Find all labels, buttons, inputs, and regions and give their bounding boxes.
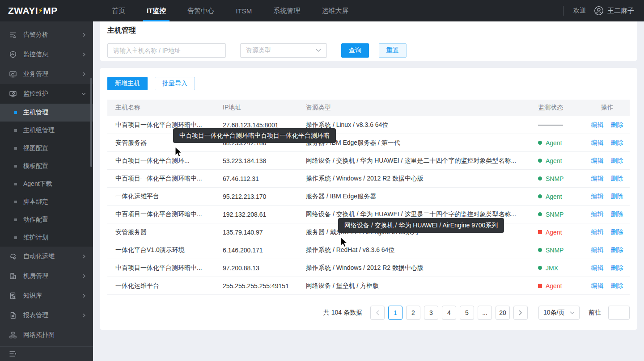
chevron-right-icon xyxy=(82,33,86,37)
tab-home[interactable]: 首页 xyxy=(101,0,136,21)
sidebar-item-host-group-mgmt[interactable]: 主机组管理 xyxy=(0,122,93,139)
user-menu[interactable]: 王二麻子 xyxy=(594,6,634,16)
sidebar-item-business-mgmt[interactable]: 业务管理 xyxy=(0,64,93,84)
host-name[interactable]: 中百项目一体化平台测环... xyxy=(115,157,223,165)
page-button-4[interactable]: 4 xyxy=(442,306,456,320)
edit-link[interactable]: 编辑 xyxy=(591,246,604,254)
delete-link[interactable]: 删除 xyxy=(611,157,623,165)
host-resource[interactable]: 网络设备 / 交换机 / 华为 HUAWEI / 这里是二十四个字的监控对象类型… xyxy=(306,210,538,218)
prev-page-button[interactable] xyxy=(370,306,385,320)
edit-link[interactable]: 编辑 xyxy=(591,193,604,201)
host-name[interactable]: 安管服务器 xyxy=(115,228,223,236)
page-size-select[interactable]: 10条/页 xyxy=(538,306,580,320)
sidebar-item-action-config[interactable]: 动作配置 xyxy=(0,211,93,229)
query-button[interactable]: 查询 xyxy=(341,43,369,58)
status-badge: Agent xyxy=(538,193,585,200)
status-badge: Agent xyxy=(538,139,585,147)
sidebar-item-host-mgmt[interactable]: 主机管理 xyxy=(0,104,93,122)
tab-ops-dashboard[interactable]: 运维大屏 xyxy=(311,0,359,21)
sidebar-footer xyxy=(0,346,93,361)
page-button-5[interactable]: 5 xyxy=(460,306,474,320)
host-name[interactable]: 中百项目一体化平台测环暗中... xyxy=(115,210,223,218)
document-search-icon xyxy=(9,292,17,300)
host-name[interactable]: 中百项目一体化平台测环暗中... xyxy=(115,264,223,272)
edit-link[interactable]: 编辑 xyxy=(591,228,604,236)
status-square-icon xyxy=(538,284,542,288)
sidebar-item-agent-download[interactable]: Agent下载 xyxy=(0,175,93,193)
host-name[interactable]: 一体化运维平台 xyxy=(115,193,223,201)
edit-link[interactable]: 编辑 xyxy=(591,282,604,290)
reset-button[interactable]: 重置 xyxy=(379,43,407,58)
edit-link[interactable]: 编辑 xyxy=(591,139,604,147)
host-name[interactable]: 中百项目一体化平台测环暗中... xyxy=(115,175,223,183)
page-button-2[interactable]: 2 xyxy=(406,306,420,320)
sidebar-scrollbar[interactable] xyxy=(90,78,92,167)
resource-type-select[interactable]: 资源类型 xyxy=(240,43,327,58)
delete-link[interactable]: 删除 xyxy=(611,139,623,147)
sidebar-item-maintenance-plan[interactable]: 维护计划 xyxy=(0,229,93,247)
sidebar-item-template-config[interactable]: 模板配置 xyxy=(0,157,93,175)
edit-link[interactable]: 编辑 xyxy=(591,121,604,129)
total-count: 共 104 条数据 xyxy=(323,309,362,317)
delete-link[interactable]: 删除 xyxy=(611,246,623,254)
divider xyxy=(563,6,564,16)
search-card: 主机管理 资源类型 查询 重置 xyxy=(100,20,637,61)
host-ip: 255.255.255.255:49151 xyxy=(223,282,306,290)
host-name[interactable]: 中百项目一体化平台测环暗中... xyxy=(115,121,223,129)
edit-link[interactable]: 编辑 xyxy=(591,157,604,165)
sidebar-item-script-bind[interactable]: 脚本绑定 xyxy=(0,193,93,211)
table-toolbar: 新增主机 批量导入 xyxy=(107,77,630,90)
goto-page-input[interactable] xyxy=(608,306,630,320)
sidebar-item-report-mgmt[interactable]: 报表管理 xyxy=(0,306,93,325)
status-badge: Agent xyxy=(538,157,585,164)
add-host-button[interactable]: 新增主机 xyxy=(107,77,148,90)
page-size-value: 10条/页 xyxy=(543,309,564,317)
batch-import-button[interactable]: 批量导入 xyxy=(155,77,195,90)
status-badge: Agent xyxy=(538,229,585,236)
sidebar-item-label: 告警分析 xyxy=(23,31,82,39)
automation-icon xyxy=(9,252,17,260)
delete-link[interactable]: 删除 xyxy=(611,228,623,236)
status-dot-icon xyxy=(538,212,542,216)
tab-alert-center[interactable]: 告警中心 xyxy=(177,0,225,21)
sidebar-item-monitor-maintain[interactable]: 监控维护 xyxy=(0,84,93,104)
chevron-right-icon xyxy=(82,254,86,259)
bullet-icon xyxy=(14,236,17,239)
collapse-sidebar-icon[interactable] xyxy=(9,350,17,357)
edit-link[interactable]: 编辑 xyxy=(591,210,604,218)
delete-link[interactable]: 删除 xyxy=(611,282,623,290)
sidebar-item-auto-ops[interactable]: 自动化运维 xyxy=(0,247,93,266)
logo-text-right: MP xyxy=(43,5,58,16)
sidebar-item-room-mgmt[interactable]: 机房管理 xyxy=(0,266,93,286)
delete-link[interactable]: 删除 xyxy=(611,193,623,201)
sidebar-item-network-topology[interactable]: 网络拓扑图 xyxy=(0,325,93,345)
edit-link[interactable]: 编辑 xyxy=(591,175,604,183)
tab-it-monitor[interactable]: IT监控 xyxy=(136,0,177,21)
avatar-icon xyxy=(594,6,604,16)
host-name[interactable]: 一体化运维平台 xyxy=(115,282,223,290)
sidebar-item-knowledge-base[interactable]: 知识库 xyxy=(0,286,93,306)
sidebar-item-view-config[interactable]: 视图配置 xyxy=(0,139,93,157)
delete-link[interactable]: 删除 xyxy=(611,175,623,183)
tab-system-mgmt[interactable]: 系统管理 xyxy=(263,0,311,21)
tab-itsm[interactable]: ITSM xyxy=(225,0,263,21)
host-ip: 53.223.184.138 xyxy=(223,157,306,164)
host-search-input[interactable] xyxy=(107,43,226,58)
status-dot-icon xyxy=(538,159,542,163)
delete-link[interactable]: 删除 xyxy=(611,264,623,272)
host-name[interactable]: 一体化平台V1.0演示环境 xyxy=(115,246,223,254)
chevron-right-icon xyxy=(519,310,522,315)
page-ellipsis-button[interactable]: ... xyxy=(478,306,492,320)
delete-link[interactable]: 删除 xyxy=(611,121,623,129)
edit-link[interactable]: 编辑 xyxy=(591,264,604,272)
delete-link[interactable]: 删除 xyxy=(611,210,623,218)
page-button-1[interactable]: 1 xyxy=(388,306,402,320)
sidebar-item-monitor-info[interactable]: 监控信息 xyxy=(0,45,93,64)
next-page-button[interactable] xyxy=(513,306,528,320)
sidebar-subitem-label: 维护计划 xyxy=(23,234,48,242)
bullet-icon xyxy=(14,165,17,168)
page-button-20[interactable]: 20 xyxy=(496,306,510,320)
page-button-3[interactable]: 3 xyxy=(424,306,438,320)
mouse-cursor-icon xyxy=(340,237,348,248)
sidebar-item-alert-analysis[interactable]: 告警分析 xyxy=(0,25,93,45)
